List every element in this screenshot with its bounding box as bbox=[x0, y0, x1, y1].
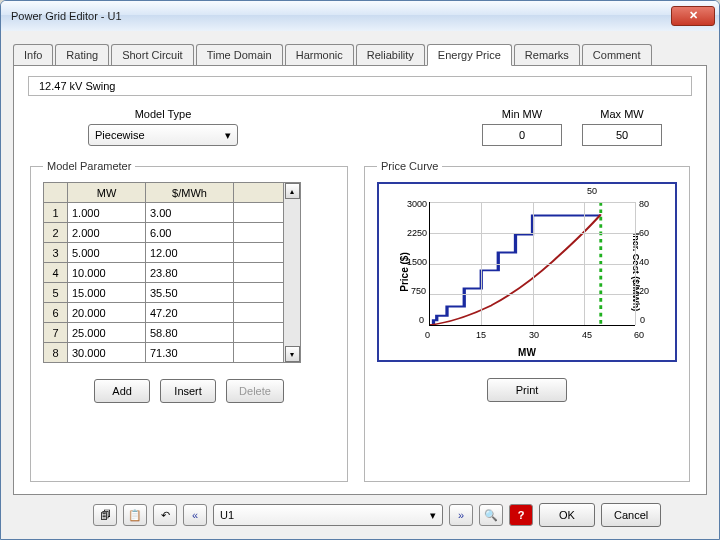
close-button[interactable]: ✕ bbox=[671, 6, 715, 26]
window: Power Grid Editor - U1 ✕ Info Rating Sho… bbox=[0, 0, 720, 540]
tab-comment[interactable]: Comment bbox=[582, 44, 652, 66]
model-parameter-legend: Model Parameter bbox=[43, 160, 135, 172]
table-row: 830.00071.30 bbox=[44, 343, 284, 363]
window-title: Power Grid Editor - U1 bbox=[11, 10, 671, 22]
table-row: 515.00035.50 bbox=[44, 283, 284, 303]
bottom-toolbar: 🗐 📋 ↶ « U1 ▾ » 🔍 ? OK Cancel bbox=[13, 495, 707, 527]
element-selector[interactable]: U1 ▾ bbox=[213, 504, 443, 526]
last-icon[interactable]: » bbox=[449, 504, 473, 526]
tab-harmonic[interactable]: Harmonic bbox=[285, 44, 354, 66]
table-row: 11.0003.00 bbox=[44, 203, 284, 223]
tab-panel: 12.47 kV Swing Model Type Piecewise ▾ Mi… bbox=[13, 65, 707, 495]
help-button[interactable]: ? bbox=[509, 504, 533, 526]
scroll-up-icon[interactable]: ▴ bbox=[285, 183, 300, 199]
model-type-label: Model Type bbox=[135, 108, 192, 120]
price-curve-group: Price Curve Price ($) Incr. Cost ($/MWh)… bbox=[364, 160, 690, 482]
tab-time-domain[interactable]: Time Domain bbox=[196, 44, 283, 66]
cancel-button[interactable]: Cancel bbox=[601, 503, 661, 527]
min-mw-input[interactable]: 0 bbox=[482, 124, 562, 146]
grid-wrap: MW $/MWh 11.0003.00 22.0006.00 35.00012.… bbox=[43, 182, 335, 363]
price-curve-legend: Price Curve bbox=[377, 160, 442, 172]
first-icon[interactable]: « bbox=[183, 504, 207, 526]
bus-info: 12.47 kV Swing bbox=[28, 76, 692, 96]
tab-energy-price[interactable]: Energy Price bbox=[427, 44, 512, 66]
col-num[interactable] bbox=[44, 183, 68, 203]
element-selector-value: U1 bbox=[220, 509, 234, 521]
insert-button[interactable]: Insert bbox=[160, 379, 216, 403]
paste-icon[interactable]: 📋 bbox=[123, 504, 147, 526]
table-row: 22.0006.00 bbox=[44, 223, 284, 243]
table-row: 620.00047.20 bbox=[44, 303, 284, 323]
chart-plot-area bbox=[429, 202, 635, 326]
model-type-value: Piecewise bbox=[95, 129, 145, 141]
tab-short-circuit[interactable]: Short Circuit bbox=[111, 44, 194, 66]
tab-strip: Info Rating Short Circuit Time Domain Ha… bbox=[13, 44, 707, 66]
table-row: 725.00058.80 bbox=[44, 323, 284, 343]
grid-scrollbar[interactable]: ▴ ▾ bbox=[284, 182, 301, 363]
chevron-down-icon: ▾ bbox=[430, 509, 436, 522]
ok-button[interactable]: OK bbox=[539, 503, 595, 527]
max-mw-label: Max MW bbox=[600, 108, 643, 120]
tab-remarks[interactable]: Remarks bbox=[514, 44, 580, 66]
top-controls: Model Type Piecewise ▾ Min MW 0 Max MW 5… bbox=[88, 108, 662, 146]
find-icon[interactable]: 🔍 bbox=[479, 504, 503, 526]
undo-icon[interactable]: ↶ bbox=[153, 504, 177, 526]
tab-info[interactable]: Info bbox=[13, 44, 53, 66]
parameter-grid[interactable]: MW $/MWh 11.0003.00 22.0006.00 35.00012.… bbox=[43, 182, 284, 363]
chevron-down-icon: ▾ bbox=[225, 129, 231, 142]
add-button[interactable]: Add bbox=[94, 379, 150, 403]
col-blank[interactable] bbox=[234, 183, 284, 203]
scroll-down-icon[interactable]: ▾ bbox=[285, 346, 300, 362]
copy-icon[interactable]: 🗐 bbox=[93, 504, 117, 526]
col-mw[interactable]: MW bbox=[68, 183, 146, 203]
table-row: 410.00023.80 bbox=[44, 263, 284, 283]
model-type-dropdown[interactable]: Piecewise ▾ bbox=[88, 124, 238, 146]
model-parameter-group: Model Parameter MW $/MWh 11.0003.00 22.0… bbox=[30, 160, 348, 482]
tab-rating[interactable]: Rating bbox=[55, 44, 109, 66]
print-button[interactable]: Print bbox=[487, 378, 567, 402]
titlebar: Power Grid Editor - U1 ✕ bbox=[1, 1, 719, 31]
max-mw-input[interactable]: 50 bbox=[582, 124, 662, 146]
chart-top-tick: 50 bbox=[587, 186, 597, 196]
tab-reliability[interactable]: Reliability bbox=[356, 44, 425, 66]
groups: Model Parameter MW $/MWh 11.0003.00 22.0… bbox=[28, 160, 692, 482]
table-row: 35.00012.00 bbox=[44, 243, 284, 263]
price-curve-chart: Price ($) Incr. Cost ($/MWh) MW 50 3000 … bbox=[377, 182, 677, 362]
min-mw-label: Min MW bbox=[502, 108, 542, 120]
delete-button[interactable]: Delete bbox=[226, 379, 284, 403]
client-area: Info Rating Short Circuit Time Domain Ha… bbox=[1, 31, 719, 539]
col-price[interactable]: $/MWh bbox=[146, 183, 234, 203]
chart-xlabel: MW bbox=[379, 347, 675, 358]
